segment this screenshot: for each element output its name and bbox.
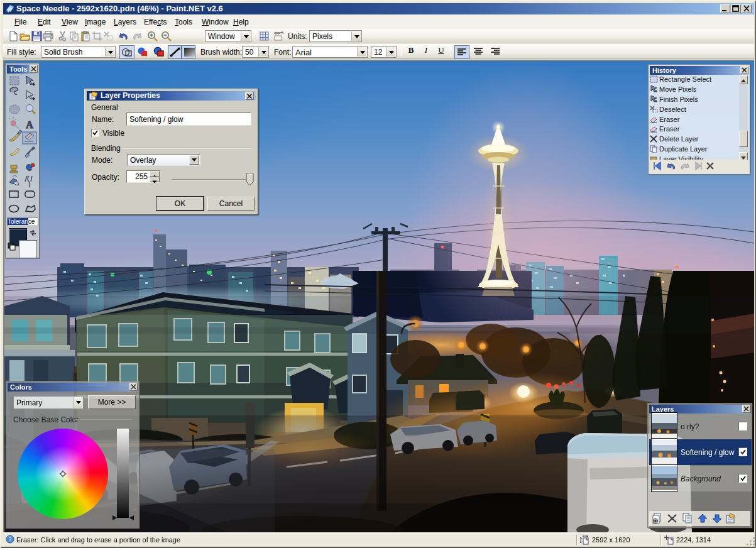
svg-text:A: A xyxy=(26,119,33,130)
svg-text:?: ? xyxy=(8,536,11,542)
